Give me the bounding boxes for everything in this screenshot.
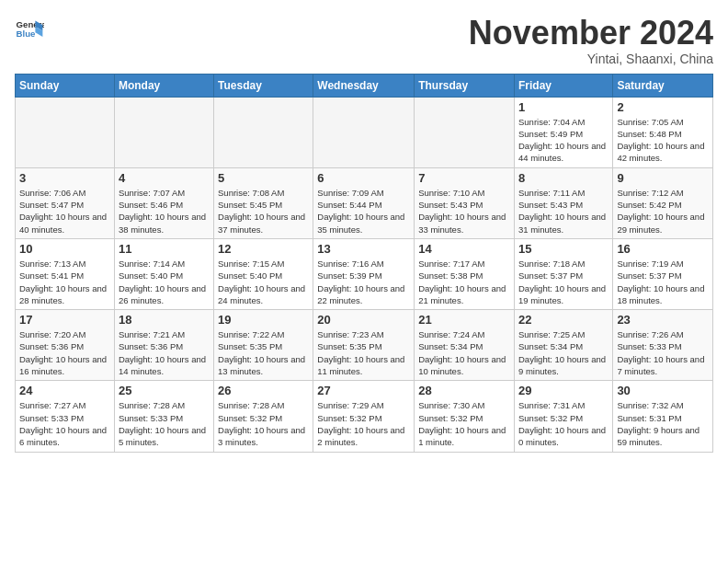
day-number: 24 (19, 384, 110, 397)
day-info: Sunrise: 7:11 AM Sunset: 5:43 PM Dayligh… (518, 187, 609, 236)
day-info: Sunrise: 7:20 AM Sunset: 5:36 PM Dayligh… (19, 328, 110, 377)
day-info: Sunrise: 7:08 AM Sunset: 5:45 PM Dayligh… (218, 187, 309, 236)
calendar-cell: 14Sunrise: 7:17 AM Sunset: 5:38 PM Dayli… (415, 238, 515, 309)
day-number: 8 (518, 171, 609, 185)
day-number: 2 (617, 100, 709, 114)
calendar-week-row: 10Sunrise: 7:13 AM Sunset: 5:41 PM Dayli… (16, 238, 713, 309)
day-header-tuesday: Tuesday (214, 74, 313, 97)
day-number: 13 (317, 242, 410, 256)
day-info: Sunrise: 7:22 AM Sunset: 5:35 PM Dayligh… (218, 328, 309, 377)
day-header-sunday: Sunday (16, 74, 115, 97)
day-number: 4 (119, 171, 210, 185)
calendar-cell: 26Sunrise: 7:28 AM Sunset: 5:32 PM Dayli… (214, 381, 313, 452)
day-info: Sunrise: 7:23 AM Sunset: 5:35 PM Dayligh… (317, 328, 410, 377)
calendar-cell: 18Sunrise: 7:21 AM Sunset: 5:36 PM Dayli… (114, 310, 213, 381)
calendar-week-row: 3Sunrise: 7:06 AM Sunset: 5:47 PM Daylig… (16, 167, 713, 238)
day-info: Sunrise: 7:10 AM Sunset: 5:43 PM Dayligh… (418, 187, 510, 236)
location: Yintai, Shaanxi, China (469, 52, 713, 66)
day-info: Sunrise: 7:15 AM Sunset: 5:40 PM Dayligh… (218, 258, 309, 306)
day-number: 27 (317, 384, 410, 397)
calendar-cell: 11Sunrise: 7:14 AM Sunset: 5:40 PM Dayli… (114, 238, 213, 309)
day-info: Sunrise: 7:25 AM Sunset: 5:34 PM Dayligh… (518, 328, 609, 377)
logo-icon: General Blue (15, 15, 44, 44)
day-number: 10 (19, 242, 110, 256)
calendar-cell: 5Sunrise: 7:08 AM Sunset: 5:45 PM Daylig… (214, 167, 313, 238)
day-number: 11 (119, 242, 210, 256)
day-number: 3 (19, 171, 110, 185)
calendar-cell: 4Sunrise: 7:07 AM Sunset: 5:46 PM Daylig… (114, 167, 213, 238)
calendar-cell: 28Sunrise: 7:30 AM Sunset: 5:32 PM Dayli… (415, 381, 515, 452)
day-number: 20 (317, 313, 410, 327)
month-title: November 2024 (469, 15, 713, 52)
calendar-cell: 22Sunrise: 7:25 AM Sunset: 5:34 PM Dayli… (514, 310, 612, 381)
calendar-cell: 19Sunrise: 7:22 AM Sunset: 5:35 PM Dayli… (214, 310, 313, 381)
calendar-cell: 6Sunrise: 7:09 AM Sunset: 5:44 PM Daylig… (313, 167, 415, 238)
svg-text:Blue: Blue (17, 29, 36, 39)
day-info: Sunrise: 7:28 AM Sunset: 5:32 PM Dayligh… (218, 399, 309, 448)
calendar-cell: 29Sunrise: 7:31 AM Sunset: 5:32 PM Dayli… (514, 381, 612, 452)
day-number: 7 (418, 171, 510, 185)
day-info: Sunrise: 7:30 AM Sunset: 5:32 PM Dayligh… (418, 399, 510, 448)
calendar-cell: 8Sunrise: 7:11 AM Sunset: 5:43 PM Daylig… (514, 167, 612, 238)
calendar-cell: 15Sunrise: 7:18 AM Sunset: 5:37 PM Dayli… (514, 238, 612, 309)
day-number: 5 (218, 171, 309, 185)
calendar-cell (313, 97, 415, 167)
day-info: Sunrise: 7:04 AM Sunset: 5:49 PM Dayligh… (518, 116, 609, 165)
day-info: Sunrise: 7:28 AM Sunset: 5:33 PM Dayligh… (119, 399, 210, 448)
calendar-cell: 16Sunrise: 7:19 AM Sunset: 5:37 PM Dayli… (613, 238, 713, 309)
day-number: 14 (418, 242, 510, 256)
calendar-week-row: 17Sunrise: 7:20 AM Sunset: 5:36 PM Dayli… (16, 310, 713, 381)
calendar-cell: 17Sunrise: 7:20 AM Sunset: 5:36 PM Dayli… (16, 310, 115, 381)
title-block: November 2024 Yintai, Shaanxi, China (469, 15, 713, 66)
day-number: 30 (617, 384, 709, 397)
calendar-cell: 3Sunrise: 7:06 AM Sunset: 5:47 PM Daylig… (16, 167, 115, 238)
calendar-cell (214, 97, 313, 167)
calendar-week-row: 24Sunrise: 7:27 AM Sunset: 5:33 PM Dayli… (16, 381, 713, 452)
day-header-friday: Friday (514, 74, 612, 97)
day-number: 17 (19, 313, 110, 327)
calendar-cell: 23Sunrise: 7:26 AM Sunset: 5:33 PM Dayli… (613, 310, 713, 381)
calendar-cell: 12Sunrise: 7:15 AM Sunset: 5:40 PM Dayli… (214, 238, 313, 309)
calendar-cell: 13Sunrise: 7:16 AM Sunset: 5:39 PM Dayli… (313, 238, 415, 309)
day-number: 29 (518, 384, 609, 397)
day-info: Sunrise: 7:14 AM Sunset: 5:40 PM Dayligh… (119, 258, 210, 306)
day-number: 19 (218, 313, 309, 327)
calendar-cell (114, 97, 213, 167)
day-header-thursday: Thursday (415, 74, 515, 97)
day-info: Sunrise: 7:05 AM Sunset: 5:48 PM Dayligh… (617, 116, 709, 165)
day-header-saturday: Saturday (613, 74, 713, 97)
day-number: 16 (617, 242, 709, 256)
calendar-cell (16, 97, 115, 167)
calendar-cell: 20Sunrise: 7:23 AM Sunset: 5:35 PM Dayli… (313, 310, 415, 381)
day-info: Sunrise: 7:27 AM Sunset: 5:33 PM Dayligh… (19, 399, 110, 448)
day-number: 12 (218, 242, 309, 256)
calendar-cell: 1Sunrise: 7:04 AM Sunset: 5:49 PM Daylig… (514, 97, 612, 167)
day-number: 18 (119, 313, 210, 327)
day-number: 28 (418, 384, 510, 397)
day-number: 15 (518, 242, 609, 256)
day-number: 22 (518, 313, 609, 327)
day-info: Sunrise: 7:26 AM Sunset: 5:33 PM Dayligh… (617, 328, 709, 377)
day-number: 6 (317, 171, 410, 185)
calendar-week-row: 1Sunrise: 7:04 AM Sunset: 5:49 PM Daylig… (16, 97, 713, 167)
day-info: Sunrise: 7:12 AM Sunset: 5:42 PM Dayligh… (617, 187, 709, 236)
day-number: 26 (218, 384, 309, 397)
calendar-cell: 10Sunrise: 7:13 AM Sunset: 5:41 PM Dayli… (16, 238, 115, 309)
day-info: Sunrise: 7:07 AM Sunset: 5:46 PM Dayligh… (119, 187, 210, 236)
day-info: Sunrise: 7:06 AM Sunset: 5:47 PM Dayligh… (19, 187, 110, 236)
day-info: Sunrise: 7:31 AM Sunset: 5:32 PM Dayligh… (518, 399, 609, 448)
calendar-header-row: SundayMondayTuesdayWednesdayThursdayFrid… (16, 74, 713, 97)
calendar-cell: 7Sunrise: 7:10 AM Sunset: 5:43 PM Daylig… (415, 167, 515, 238)
day-info: Sunrise: 7:16 AM Sunset: 5:39 PM Dayligh… (317, 258, 410, 306)
day-number: 21 (418, 313, 510, 327)
calendar-cell: 27Sunrise: 7:29 AM Sunset: 5:32 PM Dayli… (313, 381, 415, 452)
page-header: General Blue November 2024 Yintai, Shaan… (15, 15, 713, 66)
day-info: Sunrise: 7:13 AM Sunset: 5:41 PM Dayligh… (19, 258, 110, 306)
day-info: Sunrise: 7:24 AM Sunset: 5:34 PM Dayligh… (418, 328, 510, 377)
day-info: Sunrise: 7:17 AM Sunset: 5:38 PM Dayligh… (418, 258, 510, 306)
day-info: Sunrise: 7:18 AM Sunset: 5:37 PM Dayligh… (518, 258, 609, 306)
calendar-cell: 25Sunrise: 7:28 AM Sunset: 5:33 PM Dayli… (114, 381, 213, 452)
logo: General Blue (15, 15, 44, 44)
calendar-cell: 21Sunrise: 7:24 AM Sunset: 5:34 PM Dayli… (415, 310, 515, 381)
calendar-cell: 30Sunrise: 7:32 AM Sunset: 5:31 PM Dayli… (613, 381, 713, 452)
